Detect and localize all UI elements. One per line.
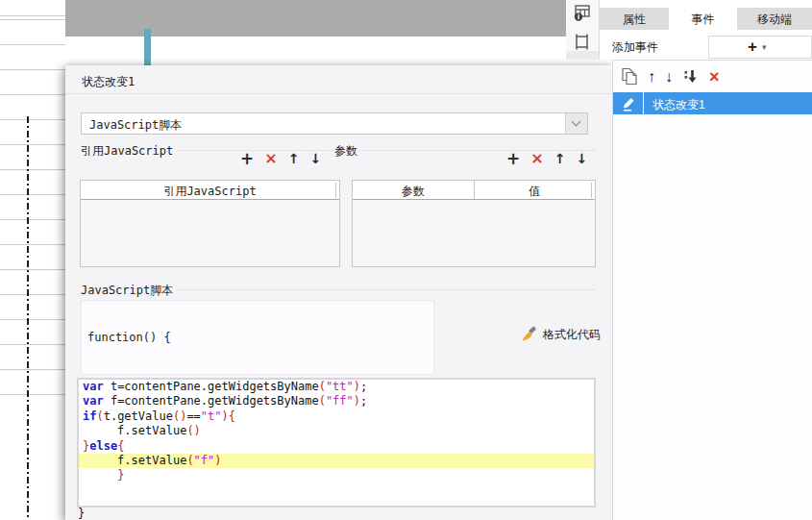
move-down-button[interactable]: ↓ [576,152,587,165]
column-header: 参数 [353,181,474,199]
copy-icon[interactable] [621,67,638,86]
code-line[interactable]: if(t.getValue()=="t"){ [79,409,594,424]
code-line[interactable]: f.setValue("f") [79,454,594,468]
panel-tabbar: 属性 事件 移动端 [600,8,812,30]
table-widget-rows[interactable] [0,0,65,404]
chevron-down-icon[interactable] [565,113,587,134]
params-table[interactable]: 参数 值 [352,180,596,267]
app-window: 800 900 1000 1100 1200 1300 状态改变1 JavaSc… [0,0,812,520]
params-group-label: 参数 [334,143,361,160]
format-code-button[interactable]: 格式化代码 [521,326,601,343]
frame-icon[interactable] [573,33,592,52]
move-up-button[interactable]: ↑ [288,152,300,165]
params-table-header: 参数 值 [353,181,595,200]
plus-icon: + [748,37,757,57]
delete-param-button[interactable]: × [530,152,543,165]
divider [643,92,644,114]
code-editor[interactable]: var t=contentPane.getWidgetsByName("tt")… [77,378,596,508]
reference-group-label: 引用JavaScript [81,143,177,160]
dialog-title: 状态改变1 [82,74,135,90]
script-type-value: JavaScript脚本 [89,117,182,134]
tab-properties[interactable]: 属性 [600,8,669,30]
code-line[interactable]: }else{ [79,439,594,454]
brush-icon [521,326,538,343]
params-table-body[interactable] [353,200,595,266]
ruler-position-marker [144,29,151,65]
reference-table-header: 引用JavaScript [81,181,339,200]
events-list-panel: ↑ ↓ × 状态改变1 [612,60,812,520]
column-header: 值 [474,181,596,199]
edit-pencil-icon[interactable] [620,95,637,112]
reference-table[interactable]: 引用JavaScript [80,180,340,267]
function-closing-brace: } [78,507,85,520]
event-list-item-selected[interactable]: 状态改变1 [613,92,812,114]
group-line [171,289,596,290]
divider [65,93,612,94]
strip-footer [566,51,599,60]
tab-mobile[interactable]: 移动端 [737,8,812,30]
code-line[interactable]: f.setValue() [79,424,594,438]
move-event-up-button[interactable]: ↑ [648,70,655,84]
add-event-label: 添加事件 [612,39,658,56]
move-down-button[interactable]: ↓ [309,152,321,165]
delete-event-button[interactable]: × [709,70,720,84]
code-line[interactable]: var f=contentPane.getWidgetsByName("ff")… [79,394,594,409]
format-code-label: 格式化代码 [543,327,601,343]
params-group-toolbar: + × ↑ ↓ [506,152,587,165]
reference-group-toolbar: + × ↑ ↓ [240,152,321,165]
script-group-label: JavaScript脚本 [81,283,177,299]
selection-dashed-line [27,116,29,520]
column-header: 引用JavaScript [81,181,339,199]
add-param-button[interactable]: + [506,152,520,165]
sort-order-icon[interactable] [682,68,700,86]
state-change-dialog: 状态改变1 JavaScript脚本 引用JavaScript + × ↑ ↓ … [65,65,612,520]
canvas-background [0,0,566,37]
code-line[interactable]: } [79,468,594,483]
add-event-dropdown[interactable]: + ▾ [708,36,812,59]
script-type-select[interactable]: JavaScript脚本 [81,112,588,135]
add-reference-button[interactable]: + [240,152,254,165]
event-item-label: 状态改变1 [652,97,705,113]
move-up-button[interactable]: ↑ [554,152,566,165]
caret-down-icon: ▾ [762,42,767,52]
delete-reference-button[interactable]: × [264,152,277,165]
tab-events[interactable]: 事件 [669,8,737,30]
move-event-down-button[interactable]: ↓ [665,70,673,84]
events-toolbar: ↑ ↓ × [613,61,812,92]
code-line[interactable]: var t=contentPane.getWidgetsByName("tt")… [79,380,594,394]
reference-table-body[interactable] [81,200,339,266]
table-info-icon[interactable] [573,4,592,23]
function-signature: function() { [87,331,171,344]
function-signature-box: function() { [81,300,434,375]
